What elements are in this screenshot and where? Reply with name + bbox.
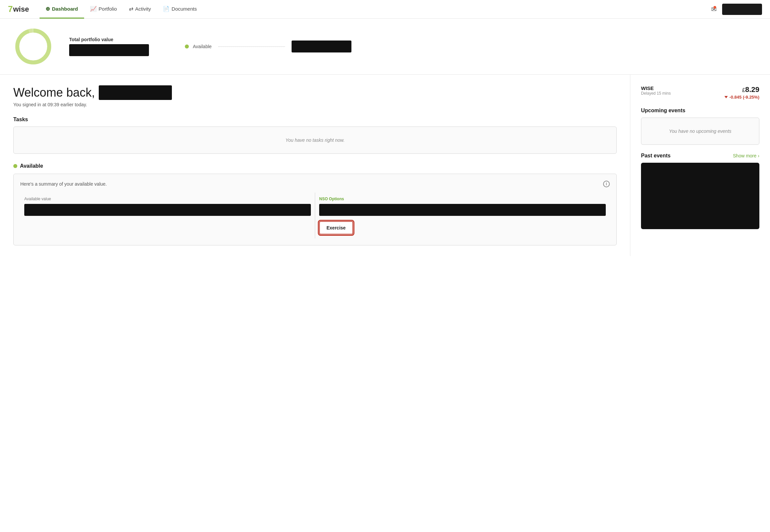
upcoming-events-title: Upcoming events [641,108,759,114]
logo-seven: 7 [8,4,13,14]
user-menu-button[interactable] [722,4,762,15]
available-value-col: Available value [20,193,315,238]
exercise-button[interactable]: Exercise [319,221,353,234]
nav-item-activity[interactable]: ⇄ Activity [123,0,157,19]
ticker-price-value: 8.29 [745,85,759,94]
available-label: Available [193,44,212,49]
nav-right: ✉ [711,4,762,15]
upcoming-events-empty-box: You have no upcoming events [641,118,759,145]
nso-options-label: NSO Options [319,197,606,201]
show-more-label: Show more [733,153,757,158]
main-content: Welcome back, You signed in at 09:39 ear… [0,75,770,256]
nav-item-portfolio[interactable]: 📈 Portfolio [84,0,123,19]
available-heading-text: Available [20,163,43,169]
welcome-name-redacted [99,85,172,100]
nso-options-col: NSO Options Exercise [315,193,610,238]
available-heading: Available [13,163,617,169]
past-events-content [641,163,759,229]
left-panel: Welcome back, You signed in at 09:39 ear… [0,75,630,256]
activity-icon: ⇄ [129,6,133,12]
nav-links: ⊕ Dashboard 📈 Portfolio ⇄ Activity 📄 Doc… [40,0,711,19]
logo-wordmark: wise [13,5,29,14]
svg-point-1 [17,31,49,62]
notification-dot [714,6,716,9]
portfolio-icon: 📈 [90,6,97,12]
nso-options-value [319,204,606,216]
available-value-col-value [24,204,311,216]
past-events-header: Past events Show more › [641,153,759,159]
ticker-change-value: -0.845 (-9.25%) [729,95,759,100]
nav-label-documents: Documents [171,6,197,12]
portfolio-value-section: Total portfolio value [69,37,149,56]
nav-label-dashboard: Dashboard [52,6,78,12]
right-panel: WISE Delayed 15 mins £8.29 -0.845 (-9.25… [630,75,770,256]
welcome-greeting: Welcome back, [13,85,617,100]
welcome-text: Welcome back, [13,86,95,100]
navbar: 7wise ⊕ Dashboard 📈 Portfolio ⇄ Activity… [0,0,770,19]
tasks-empty-text: You have no tasks right now. [285,137,344,143]
wise-ticker: WISE Delayed 15 mins £8.29 -0.845 (-9.25… [641,85,759,100]
available-value-col-label: Available value [24,197,311,201]
show-more-arrow-icon: › [758,153,759,158]
portfolio-donut-chart [13,27,53,66]
available-value-redacted [292,41,351,52]
info-icon[interactable]: i [603,181,610,187]
past-events-title: Past events [641,153,671,159]
nav-label-portfolio: Portfolio [99,6,117,12]
available-card: Here's a summary of your available value… [13,174,617,245]
portfolio-value-redacted [69,44,149,56]
upcoming-events-empty-text: You have no upcoming events [669,129,731,134]
show-more-link[interactable]: Show more › [733,153,759,158]
ticker-price-section: £8.29 -0.845 (-9.25%) [724,85,759,100]
available-separator [219,46,285,47]
ticker-down-arrow [724,96,728,98]
ticker-currency: £ [742,87,745,93]
nav-item-dashboard[interactable]: ⊕ Dashboard [40,0,84,19]
available-columns: Available value NSO Options Exercise [20,193,610,238]
ticker-name: WISE [641,85,671,91]
ticker-delay: Delayed 15 mins [641,91,671,96]
nav-label-activity: Activity [135,6,151,12]
available-heading-dot [13,164,17,168]
available-card-description: Here's a summary of your available value… [20,181,107,187]
ticker-price: £8.29 [724,85,759,94]
notifications-button[interactable]: ✉ [711,5,717,13]
available-card-header: Here's a summary of your available value… [20,181,610,187]
portfolio-bar: Total portfolio value Available [0,19,770,75]
logo[interactable]: 7wise [8,4,29,14]
documents-icon: 📄 [163,6,169,12]
ticker-info: WISE Delayed 15 mins [641,85,671,96]
tasks-title: Tasks [13,117,617,123]
available-indicator-dot [185,44,189,48]
signin-info: You signed in at 09:39 earlier today. [13,102,617,107]
dashboard-icon: ⊕ [46,6,50,12]
nav-item-documents[interactable]: 📄 Documents [157,0,203,19]
portfolio-value-label: Total portfolio value [69,37,149,42]
portfolio-available-section: Available [185,41,351,52]
tasks-empty-box: You have no tasks right now. [13,127,617,154]
ticker-change: -0.845 (-9.25%) [724,95,759,100]
